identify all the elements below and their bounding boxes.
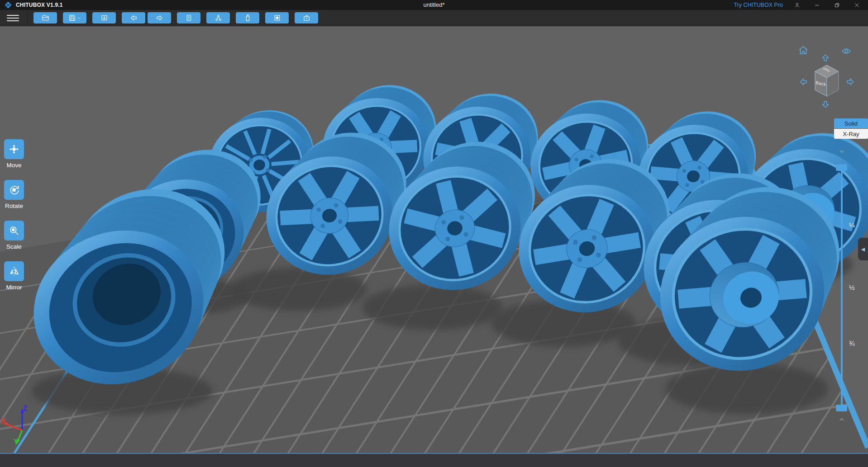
try-pro-link[interactable]: Try CHITUBOX Pro: [734, 2, 783, 8]
redo-button[interactable]: [148, 12, 171, 24]
tool-label-rotate: Rotate: [1, 203, 27, 209]
network-button[interactable]: [206, 12, 230, 24]
rotate-icon: [8, 184, 20, 196]
redo-icon: [156, 14, 163, 22]
move-icon: [8, 143, 20, 155]
rotate-right-arrow-button[interactable]: [844, 75, 855, 88]
render-mode-xray-button[interactable]: X-Ray: [834, 129, 868, 139]
status-bar: [0, 453, 868, 467]
chevron-down-icon[interactable]: [837, 148, 846, 155]
save-icon: [77, 16, 81, 20]
slider-tick-quarter: ¼: [849, 221, 855, 229]
close-button[interactable]: [851, 0, 863, 9]
tool-label-scale: Scale: [1, 243, 27, 250]
undo-icon: [130, 14, 138, 22]
axis-gizmo: Z X Y: [0, 401, 50, 450]
user-icon[interactable]: [791, 0, 803, 9]
titlebar: CHITUBOX V1.9.1 untitled* Try CHITUBOX P…: [0, 0, 868, 10]
rotate-left-arrow-button[interactable]: [798, 75, 809, 88]
undo-button[interactable]: [122, 12, 145, 24]
resin-bottle-icon: [244, 14, 252, 22]
chitubox-window: CHITUBOX V1.9.1 untitled* Try CHITUBOX P…: [0, 0, 868, 467]
resin-bottle-button[interactable]: [236, 12, 259, 24]
toolbar-divider: [27, 12, 28, 24]
collapse-left-arrow-icon: ◀: [861, 246, 865, 252]
undo-redo-divider: [146, 12, 147, 24]
layer-slider-track[interactable]: [841, 171, 843, 406]
toolbar-buttons: [33, 12, 318, 24]
capture-icon: [100, 14, 108, 22]
open-folder-button[interactable]: [33, 12, 57, 24]
slider-tick-half: ½: [849, 283, 855, 291]
mirror-icon: [8, 265, 20, 277]
tool-scale[interactable]: Scale: [1, 221, 27, 250]
toolbox-button[interactable]: [295, 12, 318, 24]
axis-x-label: X: [1, 417, 6, 426]
tool-mirror[interactable]: Mirror: [1, 261, 27, 291]
toolbox-icon: [303, 14, 310, 22]
hollow-icon: [273, 14, 281, 22]
rotate-up-arrow-button[interactable]: [819, 53, 832, 64]
capture-button[interactable]: [92, 12, 116, 24]
restore-button[interactable]: [831, 0, 843, 9]
axis-y-label: Y: [14, 438, 19, 447]
network-icon: [215, 14, 222, 22]
app-title: CHITUBOX V1.9.1: [16, 2, 63, 8]
main-toolbar: [0, 10, 868, 26]
chevron-up-icon[interactable]: [837, 416, 846, 423]
tool-label-move: Move: [1, 162, 27, 169]
app-logo-icon: [5, 1, 12, 9]
home-view-button[interactable]: [797, 44, 809, 56]
tool-label-mirror: Mirror: [1, 284, 27, 291]
open-folder-icon: [42, 14, 49, 22]
layer-slider-bottom-handle[interactable]: [836, 405, 847, 411]
save-button[interactable]: [63, 12, 86, 24]
viewport-3d-scene[interactable]: [0, 26, 868, 453]
rotate-down-arrow-button[interactable]: [819, 99, 832, 109]
eye-perspective-button[interactable]: [840, 46, 852, 56]
layer-slider-top-handle[interactable]: [836, 164, 847, 171]
axis-z-label: Z: [23, 404, 27, 413]
render-mode-solid-button[interactable]: Solid: [834, 118, 868, 128]
scale-icon: [8, 225, 20, 236]
tool-rotate[interactable]: Rotate: [1, 180, 27, 209]
hollow-button[interactable]: [265, 12, 289, 24]
slider-tick-three-quarter: ¾: [849, 340, 855, 347]
minimize-button[interactable]: [811, 0, 823, 9]
save-icon: [68, 14, 76, 22]
panel-collapse-tab[interactable]: ◀: [858, 238, 868, 260]
tool-move[interactable]: Move: [1, 139, 27, 169]
copy-button[interactable]: [177, 12, 200, 24]
view-cube[interactable]: Top Back: [812, 64, 841, 98]
hamburger-menu-icon[interactable]: [7, 13, 19, 22]
copy-icon: [185, 14, 193, 22]
